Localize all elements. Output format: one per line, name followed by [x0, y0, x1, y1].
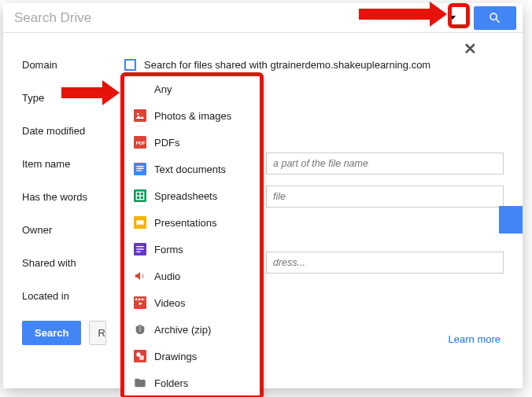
svg-rect-16 [136, 248, 143, 249]
svg-rect-25 [139, 329, 140, 329]
domain-label: Domain [22, 59, 124, 71]
type-item-label: Drawings [154, 351, 197, 362]
svg-rect-7 [136, 170, 142, 171]
shared-with-label: Shared with [22, 257, 124, 269]
type-item-text-documents[interactable]: Text documents [124, 156, 263, 182]
chevron-down-icon [449, 16, 456, 20]
svg-text:PDF: PDF [136, 141, 146, 145]
search-options-dropdown-button[interactable] [444, 4, 461, 32]
side-accent [499, 206, 523, 233]
search-icon [488, 11, 502, 25]
svg-rect-22 [142, 299, 143, 300]
type-item-folders[interactable]: Folders [124, 369, 263, 396]
type-item-photos-images[interactable]: Photos & images [124, 102, 263, 129]
domain-checkbox[interactable] [124, 59, 136, 71]
sheet-icon [134, 189, 154, 202]
svg-point-1 [137, 113, 139, 116]
has-words-input[interactable] [266, 186, 504, 208]
shared-with-input[interactable] [266, 252, 504, 274]
search-button[interactable] [474, 6, 516, 30]
date-modified-label: Date modified [22, 125, 124, 137]
svg-rect-24 [139, 326, 140, 327]
search-submit-button[interactable]: Search [22, 321, 81, 345]
type-item-archive-zip-[interactable]: Archive (zip) [124, 316, 263, 343]
type-item-spreadsheets[interactable]: Spreadsheets [124, 182, 263, 209]
type-dropdown-menu[interactable]: AnyPhotos & imagesPDFPDFsText documentsS… [124, 75, 263, 396]
svg-rect-29 [139, 355, 143, 359]
reset-button[interactable]: Re [89, 321, 106, 345]
type-item-label: Archive (zip) [154, 324, 211, 336]
type-label: Type [22, 92, 124, 104]
audio-icon [134, 270, 154, 282]
svg-rect-17 [136, 252, 140, 252]
pdf-icon: PDF [134, 136, 154, 149]
type-item-forms[interactable]: Forms [124, 236, 263, 263]
type-item-any[interactable]: Any [124, 75, 263, 102]
slide-icon [134, 216, 154, 229]
zip-icon [134, 323, 154, 336]
type-item-drawings[interactable]: Drawings [124, 343, 263, 369]
item-name-input[interactable] [266, 153, 504, 175]
svg-rect-20 [135, 299, 137, 300]
svg-rect-15 [136, 246, 143, 247]
type-item-label: Photos & images [154, 110, 231, 122]
type-item-audio[interactable]: Audio [124, 263, 263, 289]
type-item-presentations[interactable]: Presentations [124, 209, 263, 236]
type-item-label: Videos [154, 297, 186, 309]
svg-rect-26 [139, 330, 140, 331]
domain-checkbox-label: Search for files shared with gtrainerdem… [144, 59, 430, 71]
video-icon [134, 296, 154, 309]
owner-label: Owner [22, 224, 124, 236]
has-words-label: Has the words [22, 191, 124, 203]
folder-icon [134, 377, 154, 389]
photo-icon [134, 109, 154, 122]
learn-more-link[interactable]: Learn more [449, 333, 501, 345]
svg-rect-6 [136, 168, 143, 169]
drive-search-input[interactable] [3, 4, 444, 32]
type-item-label: Presentations [154, 217, 217, 229]
type-item-videos[interactable]: Videos [124, 289, 263, 316]
form-icon [134, 243, 154, 255]
type-item-label: Folders [154, 377, 188, 389]
svg-rect-0 [134, 109, 146, 122]
type-item-label: Text documents [154, 164, 226, 175]
svg-rect-13 [136, 220, 143, 224]
type-item-label: Audio [154, 270, 180, 282]
type-item-label: Forms [154, 244, 183, 255]
type-item-pdfs[interactable]: PDFPDFs [124, 129, 263, 156]
doc-icon [134, 163, 154, 175]
type-item-label: PDFs [154, 137, 180, 149]
type-item-label: Spreadsheets [154, 190, 217, 202]
svg-rect-21 [139, 299, 140, 300]
svg-rect-5 [136, 166, 143, 167]
draw-icon [134, 350, 154, 362]
located-in-label: Located in [22, 290, 124, 302]
type-item-label: Any [154, 83, 172, 95]
item-name-label: Item name [22, 158, 124, 170]
